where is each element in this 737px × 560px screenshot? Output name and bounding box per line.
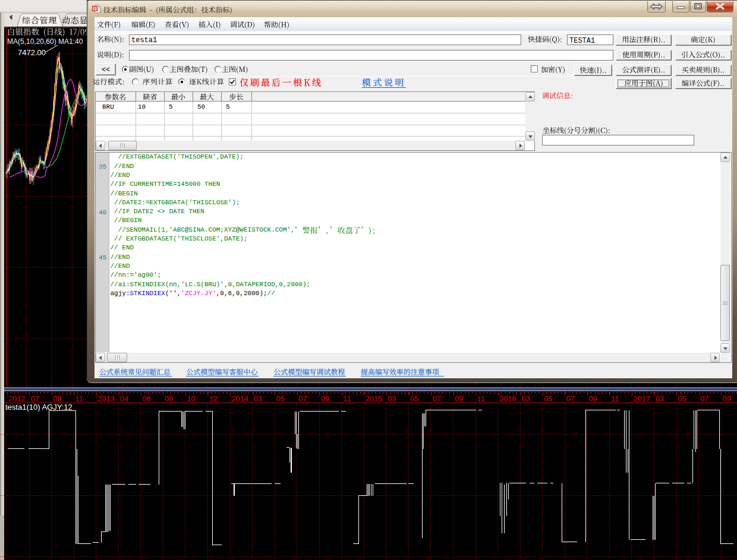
svg-text:09: 09 <box>723 394 731 403</box>
svg-text:2012: 2012 <box>8 394 25 403</box>
svg-text:11: 11 <box>343 394 351 403</box>
svg-text:05: 05 <box>678 394 686 403</box>
svg-text:09: 09 <box>588 394 597 403</box>
svg-text:07: 07 <box>31 394 39 403</box>
svg-text:04: 04 <box>120 394 128 403</box>
svg-text:07: 07 <box>298 394 307 403</box>
svg-text:11: 11 <box>75 394 83 403</box>
svg-text:08: 08 <box>165 394 173 403</box>
svg-text:2016: 2016 <box>499 394 516 403</box>
svg-text:09: 09 <box>321 394 329 403</box>
svg-text:09: 09 <box>455 394 463 403</box>
svg-text:2014: 2014 <box>232 394 248 403</box>
svg-text:11: 11 <box>477 394 485 403</box>
svg-text:03: 03 <box>254 394 262 403</box>
svg-text:03: 03 <box>656 394 664 403</box>
svg-text:07: 07 <box>700 394 708 403</box>
svg-text:2013: 2013 <box>97 394 114 403</box>
svg-text:06: 06 <box>142 394 150 403</box>
svg-text:07: 07 <box>432 394 440 403</box>
svg-text:11: 11 <box>611 394 619 403</box>
svg-text:03: 03 <box>388 394 396 403</box>
svg-text:07: 07 <box>566 394 575 403</box>
svg-text:05: 05 <box>410 394 418 403</box>
svg-text:2015: 2015 <box>366 394 382 403</box>
svg-text:12: 12 <box>209 394 218 403</box>
svg-text:09: 09 <box>53 394 61 403</box>
svg-text:05: 05 <box>544 394 552 403</box>
svg-text:03: 03 <box>522 394 530 403</box>
svg-text:2017: 2017 <box>633 394 650 403</box>
svg-text:10: 10 <box>187 394 195 403</box>
svg-text:05: 05 <box>276 394 285 403</box>
